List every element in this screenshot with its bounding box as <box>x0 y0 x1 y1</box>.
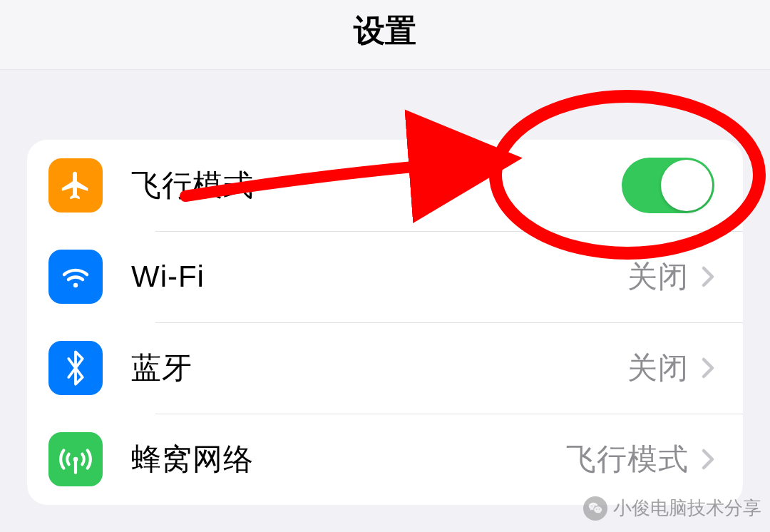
toggle-knob <box>661 160 712 211</box>
cellular-icon <box>48 432 103 486</box>
chevron-right-icon <box>702 449 714 470</box>
row-label-wifi: Wi-Fi <box>131 260 627 294</box>
row-airplane-mode[interactable]: 飞行模式 <box>27 140 743 231</box>
row-label-cellular: 蜂窝网络 <box>131 439 566 479</box>
watermark-text: 小俊电脑技术分享 <box>613 496 761 521</box>
wifi-icon <box>48 250 103 304</box>
row-label-airplane: 飞行模式 <box>131 165 622 205</box>
header-bar: 设置 <box>0 0 770 70</box>
settings-list: 飞行模式 Wi-Fi 关闭 蓝牙 关闭 蜂窝网络 飞行模式 <box>27 140 743 505</box>
row-label-bluetooth: 蓝牙 <box>131 348 627 388</box>
airplane-icon <box>48 158 103 213</box>
chevron-right-icon <box>702 357 714 379</box>
row-bluetooth[interactable]: 蓝牙 关闭 <box>27 322 743 414</box>
chevron-right-icon <box>702 266 714 287</box>
row-value-wifi: 关闭 <box>627 257 689 297</box>
wechat-icon <box>583 496 607 521</box>
page-title: 设置 <box>354 10 416 52</box>
bluetooth-icon <box>48 341 103 395</box>
airplane-toggle[interactable] <box>622 158 714 213</box>
row-cellular[interactable]: 蜂窝网络 飞行模式 <box>27 414 743 505</box>
watermark: 小俊电脑技术分享 <box>583 496 761 521</box>
row-value-bluetooth: 关闭 <box>627 348 689 388</box>
row-value-cellular: 飞行模式 <box>566 439 689 479</box>
svg-point-0 <box>73 283 78 287</box>
row-wifi[interactable]: Wi-Fi 关闭 <box>27 231 743 322</box>
